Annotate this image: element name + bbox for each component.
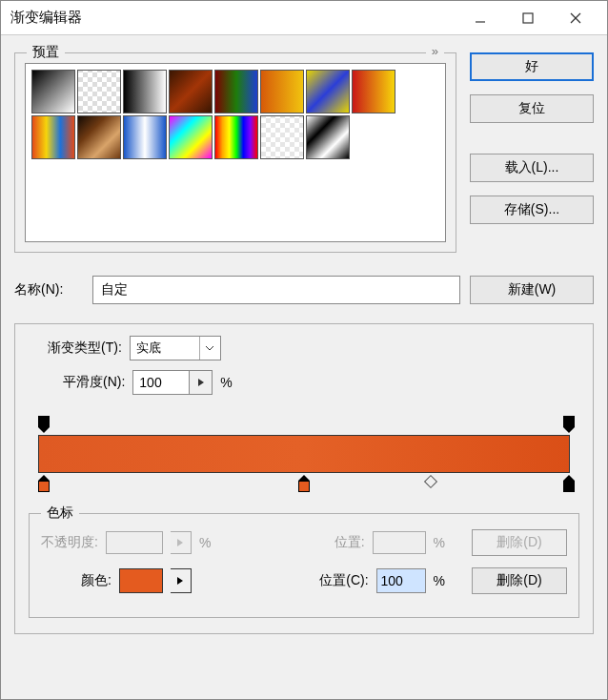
color-label: 颜色: — [81, 572, 111, 589]
opacity-input — [106, 531, 163, 554]
preset-swatch[interactable] — [260, 115, 304, 159]
svg-marker-5 — [177, 539, 183, 546]
chevron-down-icon[interactable] — [199, 337, 220, 360]
smoothness-input[interactable] — [132, 370, 190, 395]
gradient-type-value: 实底 — [131, 337, 199, 360]
close-button[interactable] — [552, 1, 599, 35]
content: 预置 » 好 复位 载入(L)... 存储(S)... 名称(N): 新建(W) — [1, 35, 607, 699]
presets-legend: 预置 — [27, 44, 65, 61]
color-well[interactable] — [119, 568, 163, 593]
preset-swatch[interactable] — [123, 70, 167, 113]
gradient-type-row: 渐变类型(T): 实底 — [48, 336, 579, 360]
percent-label: % — [220, 375, 232, 390]
preset-swatch[interactable] — [31, 70, 75, 113]
opacity-label: 不透明度: — [41, 534, 98, 551]
name-input[interactable] — [92, 276, 460, 304]
gradient-type-label: 渐变类型(T): — [48, 340, 122, 357]
preset-swatch[interactable] — [306, 70, 350, 113]
svg-marker-6 — [177, 577, 183, 585]
opacity-stop-left[interactable] — [37, 416, 51, 433]
smoothness-step-icon[interactable] — [190, 370, 213, 395]
opacity-step-icon — [171, 531, 192, 554]
opacity-location-input — [373, 531, 426, 554]
reset-button[interactable]: 复位 — [470, 94, 594, 123]
titlebar: 渐变编辑器 — [1, 1, 607, 35]
location-input[interactable] — [376, 568, 426, 593]
preset-swatch[interactable] — [77, 70, 121, 113]
percent-label-1: % — [199, 535, 211, 550]
gradient-settings-fieldset: 渐变类型(T): 实底 平滑度(N): % — [14, 323, 594, 634]
stops-fieldset: 色标 不透明度: % 位置: % 删除(D) 颜色: — [29, 513, 579, 618]
color-stop-2[interactable] — [562, 475, 576, 494]
gradient-type-select[interactable]: 实底 — [130, 336, 221, 360]
preset-swatch[interactable] — [214, 70, 258, 113]
preset-swatch[interactable] — [77, 115, 121, 159]
preset-scroll[interactable] — [25, 63, 446, 242]
new-button[interactable]: 新建(W) — [470, 276, 594, 304]
gradient-editor-window: 渐变编辑器 预置 » 好 复位 载入(L)... — [0, 0, 608, 700]
presets-fieldset: 预置 » — [14, 52, 456, 253]
midpoint-marker[interactable] — [424, 475, 437, 488]
name-row: 名称(N): 新建(W) — [14, 276, 594, 304]
preset-swatch[interactable] — [214, 115, 258, 159]
stops-legend: 色标 — [41, 504, 79, 522]
save-button[interactable]: 存储(S)... — [470, 196, 594, 224]
preset-swatch[interactable] — [31, 115, 75, 159]
preset-grid — [31, 70, 439, 159]
preset-swatch[interactable] — [352, 70, 395, 113]
preset-swatch[interactable] — [169, 115, 213, 159]
preset-swatch[interactable] — [123, 115, 167, 159]
opacity-stop-row: 不透明度: % 位置: % 删除(D) — [41, 529, 567, 556]
svg-marker-4 — [198, 379, 204, 386]
delete-color-button[interactable]: 删除(D) — [472, 567, 567, 594]
preset-swatch[interactable] — [306, 115, 350, 159]
smoothness-row: 平滑度(N): % — [63, 370, 579, 395]
opacity-stop-right[interactable] — [562, 416, 576, 433]
top-row: 预置 » 好 复位 载入(L)... 存储(S)... — [14, 52, 594, 253]
color-stop-0[interactable] — [37, 475, 51, 494]
smoothness-spinner[interactable] — [132, 370, 213, 395]
preset-swatch[interactable] — [169, 70, 213, 113]
smoothness-label: 平滑度(N): — [63, 374, 125, 391]
preset-swatch[interactable] — [260, 70, 304, 113]
minimize-button[interactable] — [456, 1, 504, 35]
window-title: 渐变编辑器 — [10, 9, 456, 27]
location-label: 位置(C): — [319, 572, 368, 589]
color-dropdown-icon[interactable] — [171, 568, 192, 593]
percent-label-3: % — [434, 573, 445, 588]
color-stop-row: 颜色: 位置(C): % 删除(D) — [41, 567, 567, 594]
svg-rect-1 — [523, 13, 533, 23]
opacity-location-label: 位置: — [334, 534, 365, 551]
ok-button[interactable]: 好 — [470, 52, 594, 81]
gradient-bar-area — [29, 412, 579, 500]
name-label: 名称(N): — [14, 281, 83, 299]
percent-label-2: % — [434, 535, 445, 550]
delete-opacity-button: 删除(D) — [472, 529, 567, 556]
load-button[interactable]: 载入(L)... — [470, 154, 594, 182]
side-buttons: 好 复位 载入(L)... 存储(S)... — [470, 52, 594, 253]
presets-expand-icon[interactable]: » — [426, 44, 444, 58]
gradient-bar[interactable] — [38, 435, 570, 473]
maximize-button[interactable] — [504, 1, 552, 35]
color-stop-1[interactable] — [297, 475, 311, 494]
